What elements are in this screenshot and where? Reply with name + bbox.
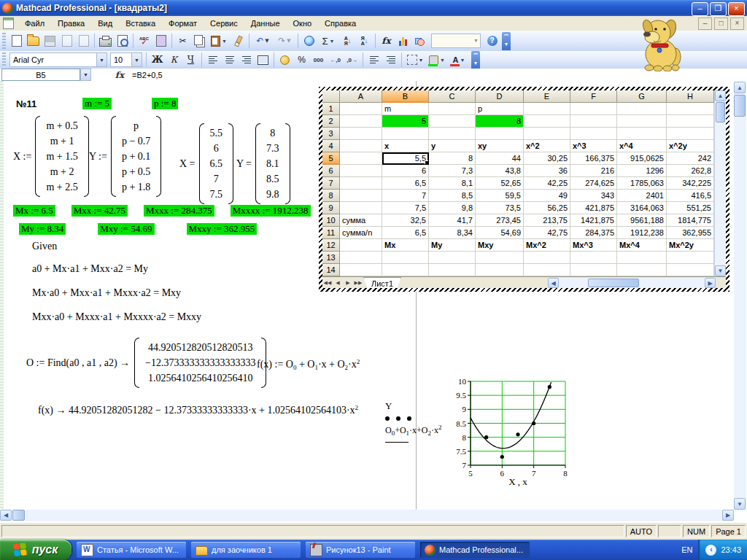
restore-button[interactable]: ❐ [710, 2, 727, 16]
cell-B10[interactable]: 32,5 [382, 214, 429, 227]
taskbar-item-folder[interactable]: для заочников 1 [191, 542, 301, 558]
fill-color-button[interactable]: ▼ [426, 52, 448, 68]
cell-E13[interactable] [524, 252, 570, 264]
menu-file[interactable]: Файл [18, 18, 51, 29]
cell-C8[interactable]: 8,5 [429, 190, 476, 202]
borders-button[interactable]: ▼ [404, 52, 426, 68]
name-box[interactable]: B5 [1, 69, 80, 81]
cell-C3[interactable] [429, 128, 476, 140]
scroll-right-button[interactable]: ▶ [722, 510, 734, 521]
child-restore-button[interactable]: □ [714, 18, 728, 30]
merge-center-button[interactable] [255, 52, 271, 68]
toolbar-grip[interactable] [2, 52, 6, 66]
cell-C14[interactable] [429, 264, 476, 276]
cell-A4[interactable] [340, 140, 382, 152]
cell-D1[interactable]: p [476, 103, 524, 115]
cell-B6[interactable]: 6 [382, 165, 429, 177]
excel-vertical-scrollbar[interactable]: ▲ ▼ [714, 90, 726, 276]
cell-G13[interactable] [617, 252, 667, 264]
cell-C4[interactable]: y [429, 140, 476, 152]
cell-F10[interactable]: 1421,875 [570, 214, 617, 227]
cell-G2[interactable] [617, 115, 667, 128]
assign-m-region[interactable]: m := 5 [82, 98, 112, 109]
cell-G5[interactable]: 915,0625 [617, 152, 667, 165]
cell-F8[interactable]: 343 [570, 190, 617, 202]
cell-D11[interactable]: 54,69 [476, 227, 524, 239]
scrollbar-thumb[interactable] [12, 510, 25, 521]
row-header-4[interactable]: 4 [322, 140, 340, 152]
cell-F7[interactable]: 274,625 [570, 177, 617, 190]
minimize-button[interactable]: – [692, 2, 708, 16]
cell-A2[interactable] [340, 115, 382, 128]
cell-B3[interactable] [382, 128, 429, 140]
bold-button[interactable]: Ж [149, 52, 166, 68]
start-button[interactable]: пуск [0, 540, 71, 560]
cell-E5[interactable]: 30,25 [524, 152, 570, 165]
scroll-down-button[interactable]: ▼ [715, 265, 726, 276]
cell-F12[interactable]: Mx^3 [570, 239, 617, 252]
cell-B14[interactable] [382, 264, 429, 276]
cell-A3[interactable] [340, 128, 382, 140]
cell-A10[interactable]: сумма [340, 214, 382, 227]
close-button[interactable]: × [728, 2, 745, 16]
cell-A14[interactable] [340, 264, 382, 276]
cell-G10[interactable]: 9561,188 [617, 214, 667, 227]
matrix-X-definition[interactable]: X :=m + 0.5m + 1m + 1.5m + 2m + 2.5 [13, 116, 89, 197]
cell-G14[interactable] [617, 264, 667, 276]
cell-D14[interactable] [476, 264, 524, 276]
matrix-Y-definition[interactable]: Y :=pp − 0.7p + 0.1p + 0.5p + 1.8 [89, 116, 161, 197]
cell-F13[interactable] [570, 252, 617, 264]
redo-button[interactable]: ↷▼ [274, 33, 295, 49]
excel-horizontal-scrollbar[interactable]: ◀ ▶ [548, 278, 716, 288]
cell-C11[interactable]: 8,34 [429, 227, 476, 239]
matrix-Y-result[interactable]: Y =87.38.18.59.8 [236, 123, 290, 204]
decrease-decimal-button[interactable]: ,0→ [344, 52, 360, 68]
cell-E6[interactable]: 36 [524, 165, 570, 177]
align-left-button[interactable] [204, 52, 221, 68]
office-assistant-dog[interactable] [633, 15, 687, 71]
cell-D5[interactable]: 44 [476, 152, 524, 165]
cell-F3[interactable] [570, 128, 617, 140]
cell-E12[interactable]: Mx^2 [524, 239, 570, 252]
cell-C9[interactable]: 9,8 [429, 202, 476, 214]
cell-C7[interactable]: 8,1 [429, 177, 476, 190]
cell-H1[interactable] [667, 103, 714, 115]
cell-G1[interactable] [617, 103, 667, 115]
moment-result-region[interactable]: Mxxy := 362.955 [187, 223, 258, 235]
row-header-5[interactable]: 5 [322, 152, 340, 165]
cell-D8[interactable]: 59,5 [476, 190, 524, 202]
scroll-down-button[interactable]: ▼ [734, 498, 746, 510]
print-button[interactable] [97, 33, 114, 49]
cell-H10[interactable]: 1814,775 [667, 214, 714, 227]
cell-A6[interactable] [340, 165, 382, 177]
cell-A7[interactable] [340, 177, 382, 190]
spelling-button[interactable]: ABC✓ [136, 33, 152, 49]
cell-G3[interactable] [617, 128, 667, 140]
moment-result-region[interactable]: Mxxx := 284.375 [144, 205, 214, 217]
language-indicator[interactable]: EN [681, 545, 692, 554]
find-solution-region[interactable]: O := Find(a0 , a1 , a2) → 44.92051282051… [26, 338, 266, 388]
cell-H11[interactable]: 362,955 [667, 227, 714, 239]
first-sheet-button[interactable]: ◀◀ [322, 278, 333, 288]
cell-F4[interactable]: x^3 [570, 140, 617, 152]
column-header-F[interactable]: F [570, 90, 617, 103]
cell-D2[interactable]: 8 [476, 115, 524, 128]
comma-style-button[interactable]: 000 [310, 52, 327, 68]
menu-edit[interactable]: Правка [51, 18, 91, 29]
cell-H8[interactable]: 416,5 [667, 190, 714, 202]
xy-plot-region[interactable]: 567877.588.599.510 [441, 376, 580, 478]
column-header-B[interactable]: B [382, 90, 429, 103]
cell-G7[interactable]: 1785,063 [617, 177, 667, 190]
print-preview-button[interactable] [114, 33, 131, 49]
row-header-14[interactable]: 14 [322, 264, 340, 276]
cell-E9[interactable]: 56,25 [524, 202, 570, 214]
equation-region[interactable]: a0 + Mx·a1 + Mxx·a2 = My [32, 257, 201, 281]
scroll-right-button[interactable]: ▶ [705, 278, 716, 288]
font-name-combobox[interactable]: Arial Cyr▼ [9, 52, 107, 67]
child-close-button[interactable]: × [730, 18, 744, 30]
fx-definition-region[interactable]: f(x) := O0 + O1·x + O2·x2 [257, 358, 360, 371]
sort-ascending-button[interactable]: АЯ↓ [339, 33, 356, 49]
cell-E2[interactable] [524, 115, 570, 128]
select-all-corner[interactable] [322, 90, 340, 103]
cell-E10[interactable]: 213,75 [524, 214, 570, 227]
